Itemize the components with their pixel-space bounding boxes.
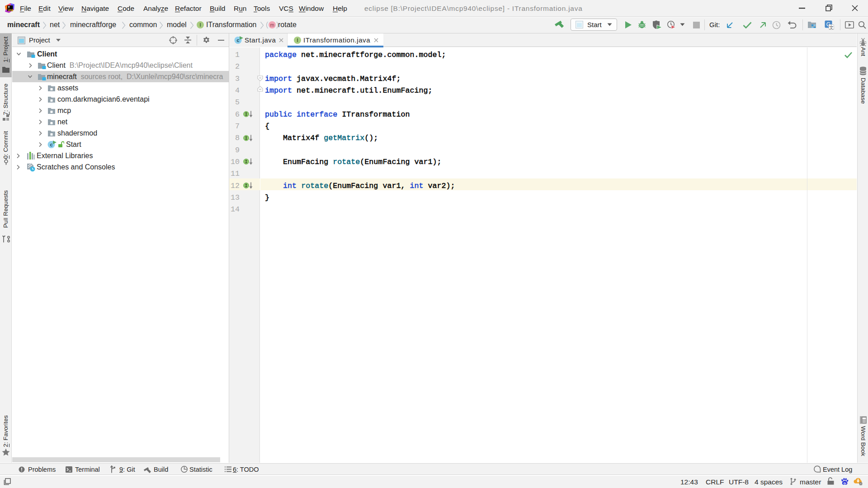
svg-text:c: c — [236, 38, 239, 43]
svg-text:I: I — [297, 38, 298, 43]
svg-text:文: 文 — [829, 25, 834, 30]
svg-text:EAP: EAP — [9, 9, 12, 11]
svg-text:m: m — [270, 22, 274, 28]
svg-text:c: c — [50, 142, 52, 147]
svg-text:du: du — [843, 482, 846, 484]
svg-text:I: I — [199, 22, 201, 28]
